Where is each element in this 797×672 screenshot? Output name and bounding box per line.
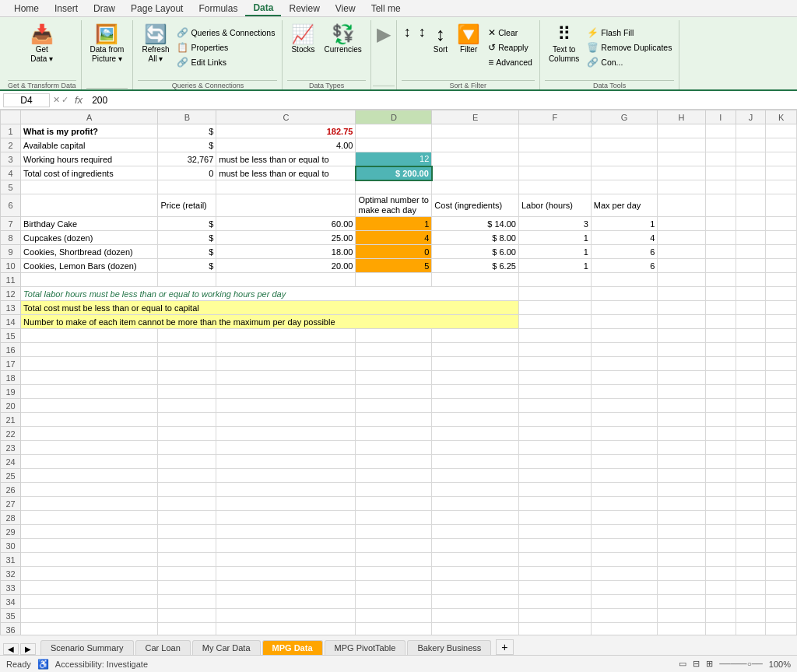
cell-K9[interactable] (766, 245, 797, 259)
get-data-button[interactable]: 📥 GetData ▾ (26, 23, 58, 66)
cell-B1[interactable]: $ (158, 124, 216, 138)
cell-I7[interactable] (705, 217, 736, 231)
cell-J6[interactable] (736, 194, 766, 217)
currencies-button[interactable]: 💱 Currencies (320, 23, 365, 57)
col-header-C[interactable]: C (216, 110, 356, 124)
col-header-D[interactable]: D (356, 110, 432, 124)
cell-F13[interactable] (518, 301, 591, 315)
col-header-G[interactable]: G (591, 110, 658, 124)
col-header-A[interactable]: A (21, 110, 158, 124)
cell-A10[interactable]: Cookies, Lemon Bars (dozen) (21, 259, 158, 273)
sheet-tab-car-loan[interactable]: Car Loan (135, 640, 191, 655)
cell-D7[interactable]: 1 (356, 217, 432, 231)
view-break-icon[interactable]: ⊞ (706, 659, 713, 669)
sheet-grid[interactable]: A B C D E F G H I J K 1 What is my profi… (0, 110, 797, 635)
cell-C3[interactable]: must be less than or equal to (216, 152, 356, 166)
cell-E11[interactable] (432, 273, 519, 287)
cell-E10[interactable]: $ 6.25 (432, 259, 519, 273)
cell-K12[interactable] (766, 287, 797, 301)
cell-F6[interactable]: Labor (hours) (518, 194, 591, 217)
row-header-1[interactable]: 1 (1, 124, 21, 138)
menu-page-layout[interactable]: Page Layout (123, 2, 191, 16)
cell-B9[interactable]: $ (158, 245, 216, 259)
cell-C8[interactable]: 25.00 (216, 231, 356, 245)
expand-button[interactable]: ▶ (373, 23, 395, 46)
menu-data[interactable]: Data (245, 1, 281, 16)
cell-I14[interactable] (705, 315, 736, 329)
cell-A2[interactable]: Available capital (21, 138, 158, 152)
cell-A5[interactable] (21, 180, 158, 194)
cell-G8[interactable]: 4 (591, 231, 658, 245)
cell-B8[interactable]: $ (158, 231, 216, 245)
cell-I8[interactable] (705, 231, 736, 245)
row-header-2[interactable]: 2 (1, 138, 21, 152)
stocks-button[interactable]: 📈 Stocks (287, 23, 318, 57)
edit-links-button[interactable]: 🔗 Edit Links (174, 55, 277, 69)
cell-J12[interactable] (736, 287, 766, 301)
col-header-H[interactable]: H (658, 110, 706, 124)
cell-G10[interactable]: 6 (591, 259, 658, 273)
row-header-14[interactable]: 14 (1, 315, 21, 329)
view-layout-icon[interactable]: ⊟ (693, 659, 700, 669)
clear-button[interactable]: ✕ Clear (486, 26, 535, 40)
cell-C11[interactable] (216, 273, 356, 287)
row-header-4[interactable]: 4 (1, 166, 21, 180)
cell-D8[interactable]: 4 (356, 231, 432, 245)
cell-G12[interactable] (591, 287, 658, 301)
cell-H2[interactable] (658, 138, 706, 152)
cell-B6[interactable]: Price (retail) (158, 194, 216, 217)
cell-C2[interactable]: 4.00 (216, 138, 356, 152)
cell-K7[interactable] (766, 217, 797, 231)
cell-A14[interactable]: Number to make of each item cannot be mo… (21, 315, 519, 329)
formula-input[interactable] (89, 95, 794, 106)
view-normal-icon[interactable]: ▭ (679, 659, 686, 669)
cell-H8[interactable] (658, 231, 706, 245)
cell-H7[interactable] (658, 217, 706, 231)
cell-C9[interactable]: 18.00 (216, 245, 356, 259)
cell-K2[interactable] (766, 138, 797, 152)
cell-H3[interactable] (658, 152, 706, 166)
cell-A3[interactable]: Working hours required (21, 152, 158, 166)
cell-C7[interactable]: 60.00 (216, 217, 356, 231)
cell-D2[interactable] (356, 138, 432, 152)
row-header-8[interactable]: 8 (1, 231, 21, 245)
col-header-K[interactable]: K (766, 110, 797, 124)
cell-C6[interactable] (216, 194, 356, 217)
menu-formulas[interactable]: Formulas (191, 2, 245, 16)
cell-H10[interactable] (658, 259, 706, 273)
cell-A4[interactable]: Total cost of ingredients (21, 166, 158, 180)
row-header-11[interactable]: 11 (1, 273, 21, 287)
cell-H12[interactable] (658, 287, 706, 301)
row-header-3[interactable]: 3 (1, 152, 21, 166)
cell-J13[interactable] (736, 301, 766, 315)
cell-H11[interactable] (658, 273, 706, 287)
cell-J4[interactable] (736, 166, 766, 180)
cell-B2[interactable]: $ (158, 138, 216, 152)
row-header-5[interactable]: 5 (1, 180, 21, 194)
cell-F12[interactable] (518, 287, 591, 301)
cell-E2[interactable] (432, 138, 519, 152)
col-header-J[interactable]: J (736, 110, 766, 124)
cell-J11[interactable] (736, 273, 766, 287)
cell-I10[interactable] (705, 259, 736, 273)
cell-G3[interactable] (591, 152, 658, 166)
cell-I9[interactable] (705, 245, 736, 259)
row-header-13[interactable]: 13 (1, 301, 21, 315)
cell-K10[interactable] (766, 259, 797, 273)
cell-K11[interactable] (766, 273, 797, 287)
cell-K1[interactable] (766, 124, 797, 138)
cell-K6[interactable] (766, 194, 797, 217)
cell-G9[interactable]: 6 (591, 245, 658, 259)
cell-I5[interactable] (705, 180, 736, 194)
cell-D9[interactable]: 0 (356, 245, 432, 259)
cell-J8[interactable] (736, 231, 766, 245)
cell-J2[interactable] (736, 138, 766, 152)
cell-A13[interactable]: Total cost must be less than or equal to… (21, 301, 519, 315)
cell-E9[interactable]: $ 6.00 (432, 245, 519, 259)
zoom-slider[interactable]: ─────○── (719, 660, 763, 668)
cell-C1[interactable]: 182.75 (216, 124, 356, 138)
cell-E5[interactable] (432, 180, 519, 194)
cell-D11[interactable] (356, 273, 432, 287)
cell-G14[interactable] (591, 315, 658, 329)
menu-view[interactable]: View (328, 2, 363, 16)
